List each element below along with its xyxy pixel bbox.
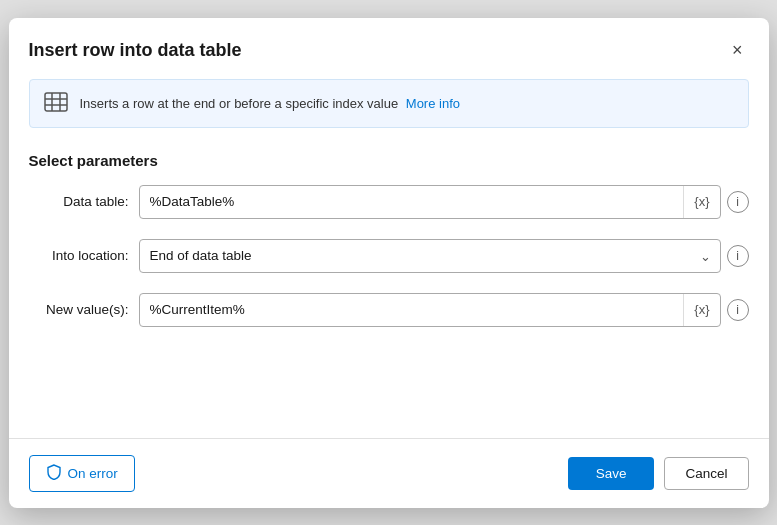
footer-right: Save Cancel — [568, 457, 749, 490]
into-location-select[interactable]: End of data table Before specific index — [139, 239, 721, 273]
param-row-data-table: Data table: {x} i — [29, 185, 749, 219]
new-values-badge-button[interactable]: {x} — [683, 294, 719, 326]
into-location-info-button[interactable]: i — [727, 245, 749, 267]
info-banner-text: Inserts a row at the end or before a spe… — [80, 96, 461, 111]
dialog: Insert row into data table × Inserts a r… — [9, 18, 769, 508]
dialog-header: Insert row into data table × — [9, 18, 769, 79]
data-table-input-field[interactable]: {x} — [139, 185, 721, 219]
params-area: Data table: {x} i Into location: End of … — [9, 185, 769, 428]
more-info-link[interactable]: More info — [406, 96, 460, 111]
new-values-input-field[interactable]: {x} — [139, 293, 721, 327]
data-table-label: Data table: — [29, 194, 129, 209]
into-location-select-wrapper: End of data table Before specific index … — [139, 239, 721, 273]
data-table-info-button[interactable]: i — [727, 191, 749, 213]
param-row-into-location: Into location: End of data table Before … — [29, 239, 749, 273]
on-error-button[interactable]: On error — [29, 455, 135, 492]
close-button[interactable]: × — [726, 36, 749, 65]
new-values-label: New value(s): — [29, 302, 129, 317]
cancel-button[interactable]: Cancel — [664, 457, 748, 490]
svg-rect-0 — [45, 93, 67, 111]
section-title: Select parameters — [9, 144, 769, 185]
table-icon — [44, 92, 68, 115]
dialog-footer: On error Save Cancel — [9, 439, 769, 508]
dialog-title: Insert row into data table — [29, 40, 242, 61]
new-values-info-button[interactable]: i — [727, 299, 749, 321]
data-table-badge-button[interactable]: {x} — [683, 186, 719, 218]
data-table-input[interactable] — [140, 186, 684, 218]
save-button[interactable]: Save — [568, 457, 655, 490]
info-banner: Inserts a row at the end or before a spe… — [29, 79, 749, 128]
new-values-input-wrapper: {x} i — [139, 293, 749, 327]
data-table-input-wrapper: {x} i — [139, 185, 749, 219]
new-values-input[interactable] — [140, 294, 684, 326]
on-error-label: On error — [68, 466, 118, 481]
shield-icon — [46, 464, 62, 483]
param-row-new-values: New value(s): {x} i — [29, 293, 749, 327]
into-location-input-wrapper: End of data table Before specific index … — [139, 239, 749, 273]
into-location-label: Into location: — [29, 248, 129, 263]
